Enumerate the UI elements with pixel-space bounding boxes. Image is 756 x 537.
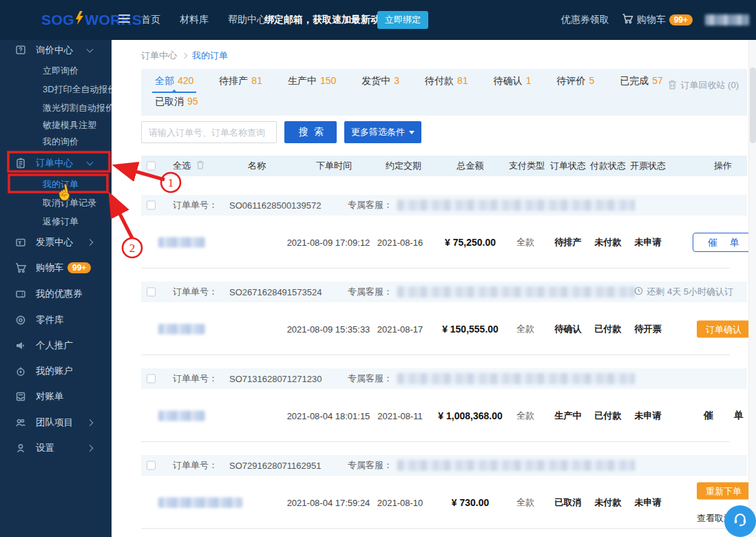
navbar-links: 首页 材料库 帮助中心 [141, 0, 266, 40]
order-recycle-bin[interactable]: 订单回收站 (0) [668, 79, 739, 92]
search-toolbar: 搜索 更多筛选条件 [141, 121, 421, 143]
pay-type: 全款 [516, 496, 534, 509]
redacted-username[interactable] [705, 14, 749, 25]
pay-type: 全款 [516, 323, 534, 335]
sidebar-item-my-coupons[interactable]: 我的优惠券 [0, 285, 112, 303]
table-header: 全选 名称 下单时间 约定交期 总金额 支付类型 订单状态 付款状态 开票状态 … [141, 156, 747, 176]
more-filters-button[interactable]: 更多筛选条件 [344, 121, 421, 143]
nav-material-library[interactable]: 材料库 [180, 14, 209, 26]
hamburger-menu-icon[interactable] [118, 14, 130, 24]
tab-pending-review[interactable]: 待评价5 [556, 75, 594, 92]
sidebar-item-team-projects[interactable]: 团队项目 [0, 414, 112, 432]
tab-completed[interactable]: 已完成57 [620, 75, 663, 92]
order-row: 订单单号： SO7291628071162951 专属客服： 2021-08-0… [141, 455, 730, 529]
redacted-order-name[interactable] [158, 237, 205, 247]
caret-down-icon [409, 131, 414, 134]
tab-cancelled[interactable]: 已取消95 [155, 96, 198, 112]
breadcrumb-separator-icon [182, 53, 187, 59]
order-time: 2021-08-09 17:09:12 [287, 237, 370, 247]
sidebar-item-repair-orders[interactable]: 返修订单 [0, 213, 112, 231]
cart-icon [15, 262, 26, 273]
invoice-icon [15, 237, 26, 248]
nav-help-center[interactable]: 帮助中心 [228, 14, 266, 26]
pay-status: 已付款 [595, 323, 622, 335]
team-icon [15, 417, 26, 428]
order-status: 待确认 [555, 323, 582, 335]
invoice-status: 未申请 [635, 410, 662, 422]
select-all-label: 全选 [173, 160, 191, 172]
sidebar-item-cart[interactable]: 购物车 99+ [0, 259, 112, 277]
tab-pending-scheduling[interactable]: 待排产81 [219, 75, 262, 92]
search-button[interactable]: 搜索 [284, 121, 337, 143]
order-search-input[interactable] [141, 121, 277, 143]
sidebar-item-agile-mold[interactable]: 敏捷模具注塑 [0, 116, 112, 134]
order-checkbox[interactable] [147, 288, 156, 297]
logo-text-left: SOG [41, 12, 74, 28]
main-content: 订单中心 我的订单 全部420 待排产81 生产中150 发货中3 待付款81 … [112, 40, 756, 537]
redacted-order-name[interactable] [158, 410, 205, 421]
scrollbar-thumb[interactable] [750, 67, 756, 143]
vertical-scrollbar[interactable] [748, 40, 756, 537]
col-due-date: 约定交期 [386, 160, 421, 172]
sidebar-item-settings[interactable]: 设置 [0, 439, 112, 457]
col-action: 操作 [714, 160, 732, 172]
sidebar-item-parts-library[interactable]: 零件库 [0, 311, 112, 329]
top-navbar: SOG WORKS 首页 材料库 帮助中心 绑定邮箱，获取速加最新动态 立即绑定… [0, 0, 756, 40]
sidebar-item-my-orders[interactable]: 我的订单 [0, 176, 112, 193]
sidebar-item-my-inquiries[interactable]: 我的询价 [0, 133, 112, 151]
sidebar-item-inquiry-center[interactable]: 询价中心 [0, 41, 112, 59]
sidebar-item-3d-print-quote[interactable]: 3D打印全自动报价 [0, 81, 112, 98]
sidebar-item-my-account[interactable]: 我的账户 [0, 362, 112, 380]
order-checkbox[interactable] [147, 461, 156, 470]
navbar-cart[interactable]: 购物车 99+ [622, 13, 693, 27]
redacted-order-name[interactable] [158, 324, 205, 334]
order-number: SO7131628071271230 [229, 374, 322, 384]
tab-pending-confirm[interactable]: 待确认1 [494, 75, 532, 92]
urge-order-text[interactable]: 催 单 [704, 410, 744, 422]
order-time: 2021-08-09 15:35:33 [287, 324, 370, 334]
sidebar-item-statements[interactable]: 对账单 [0, 388, 112, 406]
tab-shipping[interactable]: 发货中3 [361, 75, 399, 92]
order-header: 订单单号： SO7131628071271230 专属客服： [141, 368, 747, 389]
total-amount: ¥ 75,250.00 [445, 237, 496, 248]
customer-service-button[interactable] [724, 505, 756, 537]
urge-order-button[interactable]: 催 单 [693, 233, 755, 252]
sidebar-item-order-center[interactable]: 订单中心 [0, 154, 112, 172]
nav-home[interactable]: 首页 [141, 14, 160, 26]
sidebar-item-laser-cut-quote[interactable]: 激光切割自动报价 [0, 99, 112, 117]
sidebar-item-cancelled-orders[interactable]: 取消订单记录 [0, 194, 112, 212]
clipboard-icon [15, 158, 26, 169]
chevron-right-icon [87, 239, 94, 246]
order-status: 生产中 [555, 410, 582, 422]
breadcrumb-my-orders[interactable]: 我的订单 [192, 50, 228, 62]
tab-in-production[interactable]: 生产中150 [288, 75, 336, 92]
pay-type: 全款 [516, 236, 534, 249]
order-checkbox[interactable] [147, 375, 156, 383]
bind-now-button[interactable]: 立即绑定 [377, 11, 428, 29]
tab-pending-payment[interactable]: 待付款81 [425, 75, 468, 92]
sidebar-item-inquire-now[interactable]: 立即询价 [0, 62, 112, 80]
megaphone-icon [15, 340, 26, 351]
order-time: 2021-08-04 18:01:15 [287, 410, 370, 421]
due-date: 2021-08-16 [377, 237, 423, 247]
confirm-order-button[interactable]: 订单确认 [697, 320, 750, 337]
order-body: 2021-08-09 17:09:12 2021-08-16 ¥ 75,250.… [141, 215, 747, 268]
logo-text-right: WORKS [85, 12, 142, 28]
order-header: 订单单号： SO0611628500139572 专属客服： [141, 195, 747, 215]
invoice-status: 待开票 [635, 323, 662, 335]
order-checkbox[interactable] [147, 201, 156, 210]
total-amount: ¥ 1,008,368.00 [438, 410, 502, 421]
order-header: 订单单号： SO2671628491573524 专属客服： 还剩 4天 5小时… [141, 282, 747, 302]
coupon-claim-link[interactable]: 优惠券领取 [561, 14, 609, 26]
tab-all[interactable]: 全部420 [155, 75, 193, 92]
reorder-button[interactable]: 重新下单 [697, 483, 750, 500]
due-date: 2021-08-17 [377, 324, 423, 334]
sidebar-item-invoice-center[interactable]: 发票中心 [0, 233, 112, 251]
sidebar-item-personal-promotion[interactable]: 个人推广 [0, 337, 112, 355]
redacted-order-name[interactable] [158, 497, 242, 507]
select-all-checkbox[interactable] [147, 162, 156, 171]
breadcrumb-order-center[interactable]: 订单中心 [141, 50, 177, 62]
sidebar-cart-badge: 99+ [67, 262, 91, 273]
trash-icon[interactable] [196, 160, 204, 172]
col-invoice-status: 开票状态 [630, 160, 666, 172]
